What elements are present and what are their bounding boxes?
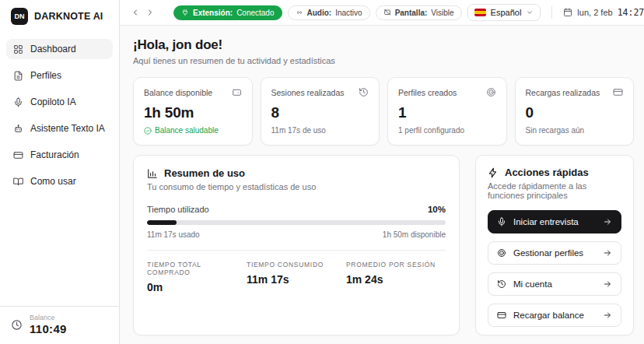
arrow-right-icon — [603, 217, 612, 226]
usage-stats: TIEMPO TOTAL COMPRADO 0m TIEMPO CONSUMID… — [147, 261, 446, 293]
zap-icon — [488, 167, 499, 178]
credit-card-icon — [497, 311, 506, 320]
sidebar-item-label: Asistente Texto IA — [30, 123, 105, 134]
logo-badge: DN — [11, 8, 28, 25]
app-title: DARKNOTE AI — [34, 11, 103, 22]
screen-off-icon — [383, 9, 391, 16]
app-logo: DN DARKNOTE AI — [0, 0, 119, 30]
time-used-label: 11m 17s usado — [147, 230, 200, 239]
pill-label: Extensión: — [193, 9, 233, 17]
pill-label: Pantalla: — [395, 9, 428, 17]
sidebar: DN DARKNOTE AI Dashboard Perfiles Copilo… — [0, 0, 120, 344]
sidebar-balance: Balance 110:49 — [0, 306, 119, 344]
history-icon — [497, 279, 506, 289]
datetime: lun, 2 feb 14:27 — [563, 7, 644, 18]
bot-icon — [13, 124, 23, 134]
my-account-button[interactable]: Mi cuenta — [488, 272, 621, 296]
book-open-icon — [13, 177, 23, 187]
back-button[interactable] — [131, 5, 140, 19]
progress-label: Tiempo utilizado — [147, 205, 209, 214]
sidebar-item-como-usar[interactable]: Como usar — [6, 171, 113, 191]
lower-row: Resumen de uso Tu consumo de tiempo y es… — [133, 155, 634, 335]
recharge-balance-button[interactable]: Recargar balance — [488, 304, 621, 327]
stat-subtext: Balance saludable — [144, 126, 242, 135]
stat-card-sessions: Sesiones realizadas 8 11m 17s de uso — [261, 77, 380, 146]
date-label: lun, 2 feb — [577, 8, 612, 17]
sidebar-item-facturacion[interactable]: Facturación — [6, 145, 113, 165]
balance-value: 110:49 — [30, 322, 67, 335]
plug-icon — [181, 9, 189, 16]
spain-flag-icon — [474, 9, 486, 16]
stat-subtext: 11m 17s de uso — [271, 126, 369, 135]
chevron-down-icon — [526, 9, 534, 16]
target-icon — [497, 248, 506, 258]
screen-status-pill[interactable]: Pantalla: Visible — [376, 5, 462, 20]
sidebar-item-label: Perfiles — [30, 70, 61, 81]
extension-status-pill[interactable]: Extensión: Conectado — [173, 5, 282, 20]
usage-stat-total-comprado: TIEMPO TOTAL COMPRADO 0m — [147, 261, 247, 293]
audio-icon — [296, 9, 303, 16]
arrow-right-icon — [603, 311, 612, 320]
file-icon — [13, 71, 23, 81]
clock-icon — [11, 319, 23, 331]
sidebar-nav: Dashboard Perfiles Copiloto IA Asistente… — [0, 30, 119, 306]
credit-card-icon — [13, 150, 23, 160]
divider — [147, 250, 446, 251]
stat-title: Recargas realizadas — [526, 88, 600, 97]
audio-status-pill[interactable]: Audio: Inactivo — [288, 5, 370, 20]
usage-stat-consumido: TIEMPO CONSUMIDO 11m 17s — [247, 261, 346, 293]
arrow-right-icon — [603, 279, 612, 289]
pill-value: Conectado — [236, 9, 274, 17]
mic-icon — [497, 217, 506, 226]
language-selector[interactable]: Español — [467, 4, 541, 21]
history-icon — [359, 87, 369, 97]
pill-value: Visible — [431, 9, 453, 17]
chevron-right-icon — [145, 8, 155, 17]
language-label: Español — [491, 8, 522, 17]
sidebar-item-label: Como usar — [30, 176, 76, 187]
page-title: ¡Hola, jon doe! — [133, 37, 634, 53]
stat-value: 1h 50m — [144, 104, 242, 121]
grid-icon — [13, 44, 23, 54]
sidebar-item-label: Dashboard — [30, 44, 76, 54]
quick-actions-subtitle: Accede rápidamente a las funciones princ… — [488, 181, 621, 200]
stat-card-profiles: Perfiles creados 1 1 perfil configurado — [387, 77, 507, 146]
usage-title: Resumen de uso — [164, 167, 245, 179]
topbar: Extensión: Conectado Audio: Inactivo Pan… — [120, 0, 644, 26]
dashboard-content: ¡Hola, jon doe! Aquí tienes un resumen d… — [120, 26, 644, 344]
sidebar-item-label: Copiloto IA — [30, 97, 76, 107]
progress-percent: 10% — [428, 205, 446, 214]
sidebar-item-perfiles[interactable]: Perfiles — [6, 65, 113, 86]
arrow-right-icon — [603, 248, 612, 258]
stat-title: Sesiones realizadas — [271, 88, 345, 97]
page-subtitle: Aquí tienes un resumen de tu actividad y… — [133, 56, 634, 65]
time-available-label: 1h 50m disponible — [383, 230, 446, 239]
mic-icon — [13, 97, 23, 107]
stat-value: 1 — [398, 104, 496, 121]
sidebar-item-asistente-texto-ia[interactable]: Asistente Texto IA — [6, 118, 113, 139]
topbar-right: Español lun, 2 feb 14:27 — [467, 4, 644, 21]
pill-label: Audio: — [307, 9, 332, 17]
forward-button[interactable] — [145, 5, 155, 19]
stat-value: 8 — [271, 104, 369, 121]
stat-subtext: Sin recargas aún — [526, 126, 624, 135]
target-icon — [486, 87, 496, 97]
time-label: 14:27 — [618, 7, 644, 18]
sidebar-item-dashboard[interactable]: Dashboard — [6, 39, 113, 59]
usage-subtitle: Tu consumo de tiempo y estadísticas de u… — [147, 182, 446, 191]
main-area: Extensión: Conectado Audio: Inactivo Pan… — [120, 0, 644, 344]
check-circle-icon — [144, 127, 152, 135]
stat-card-balance: Balance disponible 1h 50m Balance saluda… — [133, 77, 253, 146]
start-interview-button[interactable]: Iniciar entrevista — [488, 210, 621, 233]
stat-card-recharges: Recargas realizadas 0 Sin recargas aún — [515, 77, 635, 146]
pill-value: Inactivo — [335, 9, 362, 17]
sidebar-item-copiloto-ia[interactable]: Copiloto IA — [6, 92, 113, 112]
manage-profiles-button[interactable]: Gestionar perfiles — [488, 241, 621, 265]
progress-bar — [147, 220, 446, 225]
quick-actions-title: Acciones rápidas — [505, 167, 589, 178]
stat-value: 0 — [526, 104, 624, 121]
stat-cards-row: Balance disponible 1h 50m Balance saluda… — [133, 77, 634, 146]
usage-stat-promedio: PROMEDIO POR SESIÓN 1m 24s — [346, 261, 446, 293]
credit-card-icon — [613, 87, 623, 97]
chevron-left-icon — [131, 8, 140, 17]
